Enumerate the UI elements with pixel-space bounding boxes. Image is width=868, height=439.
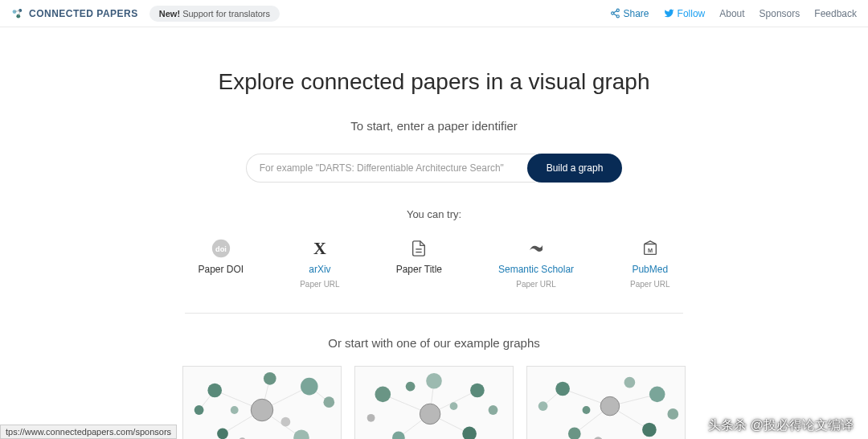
try-title: Paper Title <box>396 264 442 275</box>
try-item-pubmed[interactable]: M PubMed Paper URL <box>630 238 669 289</box>
svg-point-27 <box>293 430 309 440</box>
svg-point-44 <box>426 373 442 389</box>
example-graph-1[interactable] <box>182 366 342 439</box>
arxiv-icon: X <box>309 238 330 259</box>
header-right: Share Follow About Sponsors Feedback <box>610 8 857 19</box>
svg-point-41 <box>470 384 485 398</box>
svg-point-59 <box>538 401 548 411</box>
svg-point-48 <box>406 382 416 392</box>
svg-line-8 <box>613 11 616 13</box>
svg-point-28 <box>264 372 276 385</box>
subtitle: To start, enter a paper identifier <box>0 119 868 133</box>
svg-point-57 <box>568 428 581 439</box>
share-link[interactable]: Share <box>610 8 649 19</box>
try-item-doi[interactable]: doi Paper DOI <box>198 238 244 289</box>
svg-point-33 <box>231 406 239 414</box>
try-row: doi Paper DOI X arXiv Paper URL Paper Ti… <box>0 238 868 289</box>
example-graph-3[interactable] <box>526 366 686 439</box>
about-link[interactable]: About <box>719 8 744 19</box>
search-row: Build a graph <box>0 154 868 183</box>
try-sub: Paper URL <box>300 280 339 289</box>
svg-line-9 <box>613 14 616 15</box>
example-graph-2[interactable] <box>354 366 514 439</box>
header: CONNECTED PAPERS New! Support for transl… <box>0 0 868 27</box>
page-title: Explore connected papers in a visual gra… <box>0 69 868 95</box>
try-title: Paper DOI <box>198 264 244 275</box>
build-graph-button[interactable]: Build a graph <box>527 154 623 183</box>
follow-label: Follow <box>678 8 706 19</box>
share-icon <box>610 8 620 18</box>
svg-point-43 <box>462 427 477 439</box>
examples-title: Or start with one of our example graphs <box>0 336 868 350</box>
feedback-link[interactable]: Feedback <box>814 8 857 19</box>
svg-point-54 <box>600 396 620 416</box>
svg-point-55 <box>555 382 570 396</box>
svg-point-30 <box>323 396 334 408</box>
divider <box>185 313 683 314</box>
twitter-icon <box>664 8 674 18</box>
try-title: arXiv <box>309 264 330 275</box>
try-item-semantic-scholar[interactable]: Semantic Scholar Paper URL <box>498 238 574 289</box>
svg-point-47 <box>450 402 458 410</box>
watermark: 头条杀 @投必得论文编译 <box>708 417 854 434</box>
main: Explore connected papers in a visual gra… <box>0 27 868 439</box>
scholar-icon <box>526 238 547 259</box>
search-input[interactable] <box>246 154 535 183</box>
graph-thumbnail-icon <box>355 367 513 439</box>
news-pill[interactable]: New! Support for translators <box>149 6 280 22</box>
svg-point-29 <box>194 405 204 415</box>
svg-point-46 <box>367 414 375 422</box>
header-left: CONNECTED PAPERS New! Support for transl… <box>11 6 280 22</box>
news-prefix: New! <box>159 9 180 18</box>
svg-point-7 <box>616 15 619 18</box>
svg-point-23 <box>251 399 272 421</box>
graph-thumbnail-icon <box>183 367 341 439</box>
svg-point-60 <box>667 408 678 420</box>
logo-icon <box>11 7 24 20</box>
pubmed-icon: M <box>640 238 661 259</box>
svg-point-58 <box>642 423 657 437</box>
svg-point-45 <box>489 405 498 415</box>
svg-point-40 <box>375 387 391 403</box>
status-bar-url: tps://www.connectedpapers.com/sponsors <box>0 425 177 439</box>
try-title: PubMed <box>632 264 668 275</box>
logo[interactable]: CONNECTED PAPERS <box>11 7 138 20</box>
svg-point-26 <box>217 429 228 439</box>
brand-text: CONNECTED PAPERS <box>29 8 138 19</box>
svg-point-62 <box>624 377 636 388</box>
try-item-title[interactable]: Paper Title <box>396 238 442 289</box>
svg-point-56 <box>649 387 665 403</box>
try-label: You can try: <box>0 208 868 220</box>
svg-point-24 <box>207 384 222 398</box>
svg-point-25 <box>301 378 318 396</box>
svg-point-6 <box>611 12 613 14</box>
follow-link[interactable]: Follow <box>664 8 706 19</box>
share-label: Share <box>624 8 649 19</box>
svg-text:M: M <box>648 247 653 254</box>
try-title: Semantic Scholar <box>498 264 574 275</box>
svg-point-63 <box>583 406 591 414</box>
svg-point-42 <box>392 431 405 439</box>
svg-point-0 <box>13 10 17 14</box>
try-item-arxiv[interactable]: X arXiv Paper URL <box>300 238 339 289</box>
news-text: Support for translators <box>180 9 270 18</box>
sponsors-link[interactable]: Sponsors <box>760 8 800 19</box>
try-sub: Paper URL <box>516 280 555 289</box>
svg-text:doi: doi <box>215 245 227 253</box>
svg-point-2 <box>16 14 20 18</box>
svg-point-39 <box>420 404 440 424</box>
try-sub: Paper URL <box>630 280 669 289</box>
svg-point-32 <box>281 417 291 427</box>
svg-point-5 <box>616 9 619 11</box>
document-icon <box>408 238 429 259</box>
doi-icon: doi <box>211 238 231 259</box>
graph-thumbnail-icon <box>527 367 685 439</box>
